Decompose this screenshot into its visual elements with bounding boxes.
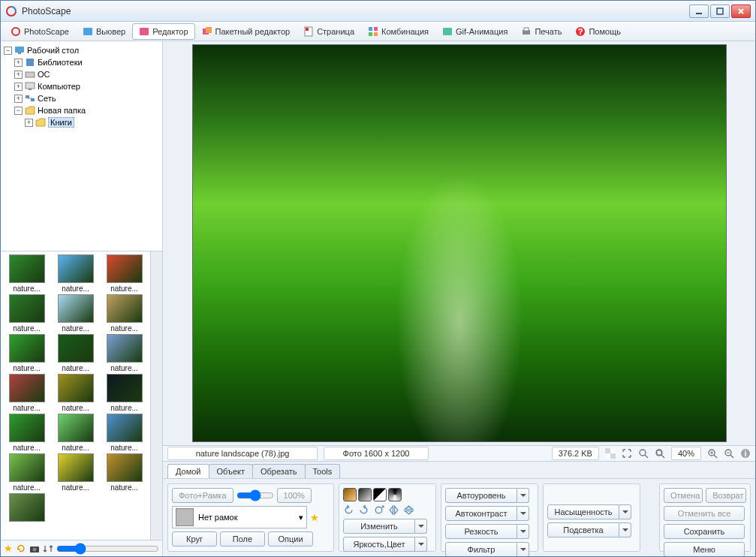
sepia-swatch[interactable] bbox=[343, 488, 357, 501]
thumbnail-item[interactable]: nature... bbox=[4, 334, 50, 372]
expand-icon[interactable]: + bbox=[25, 119, 33, 127]
thumbnail-item[interactable]: nature... bbox=[101, 453, 147, 492]
gray-swatch[interactable] bbox=[358, 488, 372, 501]
circle-button[interactable]: Круг bbox=[172, 531, 217, 546]
maximize-button[interactable] bbox=[710, 5, 730, 18]
tab-print[interactable]: Печать bbox=[514, 23, 568, 40]
backlight-dropdown[interactable] bbox=[619, 522, 631, 537]
expand-icon[interactable]: + bbox=[14, 71, 23, 79]
thumbnail-item[interactable]: nature... bbox=[53, 414, 98, 452]
tool-tab-home[interactable]: Домой bbox=[167, 464, 209, 478]
scrollbar[interactable] bbox=[150, 251, 162, 540]
expand-icon[interactable]: + bbox=[14, 95, 23, 103]
fit-icon[interactable] bbox=[622, 448, 632, 459]
tree-item[interactable]: +ОС bbox=[14, 68, 159, 80]
thumbnail-grid[interactable]: nature...nature...nature...nature...natu… bbox=[1, 251, 150, 540]
tab-help[interactable]: ?Помощь bbox=[568, 23, 628, 40]
folder-tree[interactable]: − Рабочий стол +Библиотеки +ОС +Компьюте… bbox=[1, 41, 162, 251]
expand-icon[interactable]: + bbox=[14, 83, 23, 91]
tree-root[interactable]: − Рабочий стол bbox=[4, 44, 159, 56]
thumb-size-slider[interactable] bbox=[56, 543, 159, 555]
backlight-button[interactable]: Подсветка bbox=[547, 522, 619, 537]
thumbnail-item[interactable]: nature... bbox=[53, 254, 98, 293]
refresh-icon[interactable] bbox=[16, 543, 26, 554]
thumbnail-item[interactable]: nature... bbox=[101, 414, 147, 452]
menu-button[interactable]: Меню bbox=[664, 542, 745, 556]
zoom-100-button[interactable]: 100% bbox=[277, 488, 312, 503]
sharpness-dropdown[interactable] bbox=[517, 524, 529, 539]
tree-item[interactable]: +Компьютер bbox=[14, 80, 159, 92]
tree-item[interactable]: +Книги bbox=[25, 116, 159, 128]
flip-h-icon[interactable] bbox=[388, 504, 399, 516]
zoom-actual-icon[interactable] bbox=[638, 448, 649, 459]
thumbnail-item[interactable]: nature... bbox=[101, 254, 147, 293]
sharpness-button[interactable]: Резкость bbox=[445, 524, 517, 539]
info-icon[interactable]: i bbox=[740, 448, 751, 459]
thumbnail-item[interactable]: nature... bbox=[4, 294, 50, 333]
thumbnail-item[interactable]: nature... bbox=[53, 334, 98, 372]
thumbnail-item[interactable]: nature... bbox=[101, 334, 147, 372]
save-button[interactable]: Сохранить bbox=[664, 524, 745, 539]
rotate-right-icon[interactable] bbox=[358, 504, 369, 516]
tab-batch[interactable]: Пакетный редактор bbox=[195, 23, 297, 40]
saturation-dropdown[interactable] bbox=[619, 504, 631, 519]
options-button[interactable]: Опции bbox=[268, 531, 313, 546]
autolevel-button[interactable]: Автоуровень bbox=[445, 488, 517, 503]
flip-v-icon[interactable] bbox=[403, 504, 414, 516]
zoom-out-icon[interactable] bbox=[724, 448, 734, 459]
minimize-button[interactable] bbox=[689, 5, 709, 18]
tree-item[interactable]: +Сеть bbox=[14, 92, 159, 104]
undo-all-button[interactable]: Отменить все bbox=[664, 506, 745, 521]
resize-dropdown[interactable] bbox=[415, 519, 427, 534]
tab-gif[interactable]: Gif-Анимация bbox=[435, 23, 514, 40]
photo-frame-button[interactable]: Фото+Рамка bbox=[172, 488, 233, 503]
resize-button[interactable]: Изменить bbox=[343, 519, 415, 534]
thumbnail-item[interactable]: nature... bbox=[101, 374, 147, 412]
brightness-dropdown[interactable] bbox=[415, 537, 427, 552]
field-button[interactable]: Поле bbox=[220, 531, 265, 546]
thumbnail-item[interactable]: nature... bbox=[4, 374, 50, 412]
tab-page[interactable]: Страница bbox=[297, 23, 361, 40]
star-icon[interactable]: ★ bbox=[4, 543, 13, 554]
tab-editor[interactable]: Редактор bbox=[132, 23, 194, 40]
invert-swatch[interactable] bbox=[388, 488, 402, 501]
undo-button[interactable]: Отмена bbox=[664, 488, 703, 503]
zoom-in-icon[interactable] bbox=[707, 448, 718, 459]
bw-swatch[interactable] bbox=[373, 488, 387, 501]
collapse-icon[interactable]: − bbox=[4, 47, 12, 55]
camera-icon[interactable] bbox=[29, 543, 40, 554]
tab-photoscape[interactable]: PhotoScape bbox=[4, 23, 76, 40]
tab-viewer[interactable]: Вьювер bbox=[76, 23, 132, 40]
thumbnail-item[interactable]: nature... bbox=[4, 254, 50, 293]
saturation-button[interactable]: Насыщенность bbox=[547, 504, 619, 519]
collapse-icon[interactable]: − bbox=[14, 107, 23, 115]
autocontrast-button[interactable]: Автоконтраст bbox=[445, 506, 517, 521]
autolevel-dropdown[interactable] bbox=[517, 488, 529, 503]
frame-select[interactable]: Нет рамок ▾ bbox=[172, 506, 307, 528]
thumbnail-item[interactable]: nature... bbox=[53, 453, 98, 492]
zoom-fit-icon[interactable] bbox=[655, 448, 665, 459]
tree-item[interactable]: +Библиотеки bbox=[14, 56, 159, 68]
thumbnail-item[interactable]: nature... bbox=[53, 374, 98, 412]
filter-dropdown[interactable] bbox=[517, 542, 529, 556]
frame-slider[interactable] bbox=[236, 489, 274, 501]
brightness-button[interactable]: Яркость,Цвет bbox=[343, 537, 415, 552]
thumbnail-item[interactable]: nature... bbox=[101, 294, 147, 333]
redo-button[interactable]: Возврат bbox=[706, 488, 746, 503]
filter-button[interactable]: Фильтр bbox=[445, 542, 517, 556]
tool-tab-object[interactable]: Объект bbox=[209, 464, 253, 478]
autocontrast-dropdown[interactable] bbox=[517, 506, 529, 521]
close-button[interactable] bbox=[731, 5, 751, 18]
star-icon[interactable]: ★ bbox=[310, 512, 319, 523]
thumbnail-item[interactable] bbox=[4, 493, 50, 523]
expand-icon[interactable]: + bbox=[14, 59, 23, 67]
thumbnail-item[interactable]: nature... bbox=[4, 453, 50, 492]
canvas[interactable] bbox=[163, 41, 755, 445]
tree-item[interactable]: −Новая папка bbox=[14, 104, 159, 116]
thumbnail-item[interactable]: nature... bbox=[53, 294, 98, 333]
rotate-free-icon[interactable] bbox=[373, 504, 384, 516]
thumbnail-item[interactable]: nature... bbox=[4, 414, 50, 452]
tool-tab-tools[interactable]: Tools bbox=[305, 464, 341, 478]
sort-icon[interactable] bbox=[43, 543, 53, 554]
tool-tab-crop[interactable]: Обрезать bbox=[252, 464, 306, 478]
